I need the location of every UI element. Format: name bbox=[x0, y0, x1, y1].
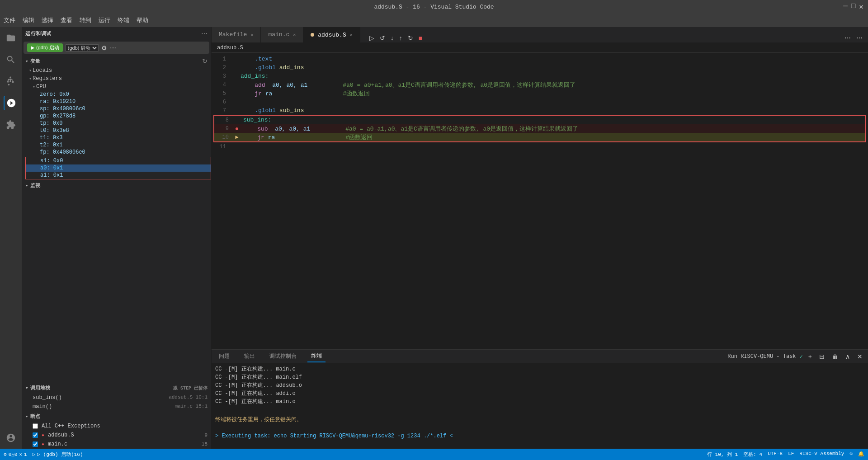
kill-terminal-button[interactable]: 🗑 bbox=[830, 352, 840, 361]
status-spaces[interactable]: 空格: 4 bbox=[743, 451, 762, 458]
menu-run[interactable]: 运行 bbox=[99, 16, 110, 24]
maximize-panel-button[interactable]: ∧ bbox=[844, 352, 852, 361]
menu-goto[interactable]: 转到 bbox=[80, 16, 91, 24]
debug-step-out-button[interactable]: ↑ bbox=[397, 33, 404, 42]
tab-close-icon[interactable]: ✕ bbox=[250, 32, 253, 38]
tab-addsubs[interactable]: addsub.S ✕ bbox=[303, 27, 360, 42]
reg-sp[interactable]: sp: 0x408006c0 bbox=[25, 105, 211, 113]
callstack-item-0[interactable]: sub_ins() addsub.S 10:1 bbox=[22, 393, 211, 402]
callstack-header[interactable]: ▾ 调用堆栈 跟 STEP 已暂停 bbox=[22, 383, 211, 393]
debug-config-select[interactable]: (gdb) 启动 bbox=[66, 44, 99, 52]
terminal-line-8: > Executing task: echo Starting RISCV-QE… bbox=[215, 432, 864, 440]
panel-tab-terminal[interactable]: 终端 bbox=[307, 350, 326, 362]
watch-section-header[interactable]: ▾ 监视 bbox=[22, 180, 211, 191]
tab-mainc[interactable]: main.c ✕ bbox=[261, 27, 303, 42]
menu-help[interactable]: 帮助 bbox=[137, 16, 148, 24]
reg-a0[interactable]: a0: 0x1 bbox=[26, 164, 211, 172]
breakpoints-header[interactable]: ▾ 断点 bbox=[22, 411, 211, 422]
code-editor[interactable]: 1 .text 2 .globl add_ins 3 add_ins: bbox=[212, 53, 868, 349]
menu-edit[interactable]: 编辑 bbox=[23, 16, 34, 24]
menu-select[interactable]: 选择 bbox=[42, 16, 53, 24]
reg-t1[interactable]: t1: 0x3 bbox=[25, 134, 211, 141]
tab-makefile[interactable]: Makefile ✕ bbox=[212, 27, 261, 42]
tab-bar: Makefile ✕ main.c ✕ addsub.S ✕ ▷ ↺ ↓ ↑ ↻… bbox=[212, 27, 868, 43]
cpu-item[interactable]: ▾ CPU bbox=[22, 83, 211, 91]
sidebar: 运行和调试 ⋯ ▶ (gdb) 启动 (gdb) 启动 ⚙ ⋯ ▾ 变量 ↻ bbox=[22, 27, 212, 449]
breakpoints-title: 断点 bbox=[30, 413, 40, 420]
reg-s1[interactable]: s1: 0x0 bbox=[26, 157, 211, 164]
debug-icon[interactable] bbox=[4, 96, 18, 110]
callstack-item-1[interactable]: main() main.c 15:1 bbox=[22, 402, 211, 411]
new-terminal-button[interactable]: + bbox=[807, 352, 814, 361]
debug-toolbar: ▶ (gdb) 启动 (gdb) 启动 ⚙ ⋯ bbox=[24, 42, 209, 54]
reg-fp[interactable]: fp: 0x408006e0 bbox=[25, 149, 211, 156]
minimize-button[interactable]: ─ bbox=[843, 2, 848, 11]
close-button[interactable]: ✕ bbox=[859, 2, 863, 11]
status-line-col[interactable]: 行 10, 列 1 bbox=[707, 451, 738, 458]
debug-play-button[interactable]: ▶ (gdb) 启动 bbox=[27, 43, 63, 52]
panel-tabs: 问题 输出 调试控制台 终端 Run RISCV-QEMU - Task ✓ +… bbox=[212, 350, 868, 363]
panel-content[interactable]: CC -[M] 正在构建... main.c CC -[M] 正在构建... m… bbox=[212, 363, 868, 449]
status-errors[interactable]: ⚙ 0△0 ✕ 1 bbox=[4, 451, 27, 457]
window-controls[interactable]: ─ □ ✕ bbox=[843, 2, 863, 11]
terminal-line-4: CC -[M] 正在构建... main.o bbox=[215, 398, 864, 406]
bp-mainc: ● main.c 15 bbox=[22, 440, 211, 449]
code-line-5: 5 jr ra #函数返回 bbox=[212, 89, 868, 98]
reg-gp[interactable]: gp: 0x278d8 bbox=[25, 113, 211, 120]
registers-item[interactable]: ▾ Registers bbox=[22, 75, 211, 83]
status-bell[interactable]: 🔔 bbox=[858, 451, 864, 458]
breakpoints-section: ▾ 断点 All C++ Exceptions ● addsub.S 9 ● m… bbox=[22, 411, 211, 449]
menu-bar: 文件 编辑 选择 查看 转到 运行 终端 帮助 bbox=[0, 14, 868, 27]
reg-zero[interactable]: zero: 0x0 bbox=[25, 91, 211, 98]
debug-restart-button[interactable]: ↻ bbox=[406, 33, 415, 42]
panel-tab-output[interactable]: 输出 bbox=[241, 351, 259, 362]
bp-mainc-checkbox[interactable] bbox=[33, 441, 38, 447]
status-right: 行 10, 列 1 空格: 4 UTF-8 LF RISC-V Assembly… bbox=[707, 451, 864, 458]
bp-addsub-checkbox[interactable] bbox=[33, 432, 38, 438]
sidebar-settings-button[interactable]: ⋯ bbox=[201, 30, 208, 37]
locals-item[interactable]: ▾ Locals bbox=[22, 66, 211, 75]
bp-addsub-dot: ● bbox=[42, 433, 44, 438]
status-language[interactable]: RISC-V Assembly bbox=[799, 451, 844, 458]
debug-step-into-button[interactable]: ↓ bbox=[389, 33, 396, 42]
debug-stop-button[interactable]: ■ bbox=[417, 33, 424, 42]
debug-step-over-button[interactable]: ↺ bbox=[378, 33, 387, 42]
git-icon[interactable] bbox=[4, 74, 18, 89]
code-line-4: 4 add a0, a0, a1 #a0 = a0+a1,a0、a1是C语言调用… bbox=[212, 80, 868, 89]
status-feedback[interactable]: ☺ bbox=[849, 451, 853, 458]
debug-settings-button[interactable]: ⚙ bbox=[101, 44, 107, 52]
variables-refresh-button[interactable]: ↻ bbox=[202, 57, 208, 65]
split-editor-button[interactable]: ⋯ bbox=[843, 33, 853, 42]
search-icon[interactable] bbox=[4, 52, 18, 67]
debug-continue-button[interactable]: ▷ bbox=[368, 33, 376, 42]
menu-terminal[interactable]: 终端 bbox=[118, 16, 129, 24]
more-actions-button[interactable]: ⋯ bbox=[854, 33, 864, 42]
extensions-icon[interactable] bbox=[4, 117, 18, 132]
callstack-arrow: ▾ bbox=[25, 385, 28, 391]
highlighted-registers-group: s1: 0x0 a0: 0x1 a1: 0x1 bbox=[25, 157, 211, 179]
debug-more-button[interactable]: ⋯ bbox=[110, 44, 116, 52]
maximize-button[interactable]: □ bbox=[851, 2, 856, 11]
account-icon[interactable] bbox=[4, 431, 18, 445]
terminal-line-2: CC -[M] 正在构建... addsub.o bbox=[215, 381, 864, 390]
reg-t2[interactable]: t2: 0x1 bbox=[25, 141, 211, 149]
reg-a1[interactable]: a1: 0x1 bbox=[26, 172, 211, 179]
reg-t0[interactable]: t0: 0x3e8 bbox=[25, 127, 211, 134]
code-line-1: 1 .text bbox=[212, 55, 868, 63]
reg-ra[interactable]: ra: 0x10210 bbox=[25, 98, 211, 105]
explorer-icon[interactable] bbox=[4, 31, 18, 45]
split-terminal-button[interactable]: ⊟ bbox=[817, 352, 826, 361]
panel-tab-debug-console[interactable]: 调试控制台 bbox=[266, 351, 300, 362]
status-encoding[interactable]: UTF-8 bbox=[768, 451, 783, 458]
status-line-ending[interactable]: LF bbox=[788, 451, 794, 458]
tab-close-icon-3[interactable]: ✕ bbox=[350, 32, 353, 38]
reg-tp[interactable]: tp: 0x0 bbox=[25, 120, 211, 127]
close-panel-button[interactable]: ✕ bbox=[855, 352, 864, 361]
panel-tab-problems[interactable]: 问题 bbox=[215, 351, 233, 362]
tab-close-icon-2[interactable]: ✕ bbox=[293, 32, 296, 38]
menu-view[interactable]: 查看 bbox=[61, 16, 72, 24]
variables-section-header[interactable]: ▾ 变量 ↻ bbox=[22, 56, 211, 66]
status-debug-running[interactable]: ▷ ▷ (gdb) 启动(16) bbox=[33, 451, 83, 458]
bp-all-cpp-checkbox[interactable] bbox=[33, 423, 38, 429]
menu-file[interactable]: 文件 bbox=[4, 16, 15, 24]
